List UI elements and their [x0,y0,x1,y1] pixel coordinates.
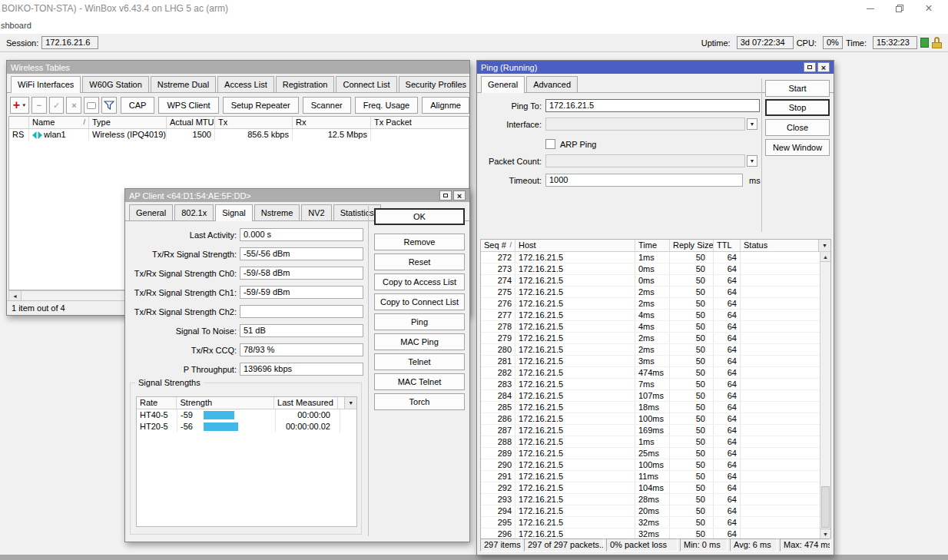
ping-result-row[interactable]: 274 172.16.21.5 0ms 50 64 [481,275,820,287]
freq-usage-button[interactable]: Freq. Usage [355,97,419,114]
ping-result-row[interactable]: 287 172.16.21.5 169ms 50 64 [481,425,820,436]
field-value[interactable]: 0.000 s [240,228,363,241]
field-value[interactable]: 78/93 % [240,343,363,356]
field-value[interactable]: -55/-56 dBm [240,247,363,260]
restore-icon[interactable] [885,1,914,16]
ping-titlebar[interactable]: Ping (Running) × [477,61,834,74]
ping-result-row[interactable]: 292 172.16.21.5 104ms 50 64 [481,482,820,494]
signal-strength-row[interactable]: HT20-5 -56 00:00:00.02 [137,421,356,432]
enable-button[interactable]: ✓ [49,97,65,114]
combo-arrow-icon[interactable]: ▼ [747,118,757,130]
tab-nstreme[interactable]: Nstreme [254,204,300,220]
ping-result-row[interactable]: 283 172.16.21.5 7ms 50 64 [481,379,820,390]
scrollbar-thumb[interactable] [821,486,830,528]
tx-column-header[interactable]: Tx [215,117,293,128]
minimize-icon[interactable] [856,1,885,16]
column-filter-icon[interactable]: ▼ [818,240,830,251]
tab-w60g-station[interactable]: W60G Station [82,76,148,92]
packet-count-value[interactable] [545,154,745,167]
setup-repeater-button[interactable]: Setup Repeater [223,97,299,114]
tab-connect-list[interactable]: Connect List [336,76,396,92]
tab-registration[interactable]: Registration [276,76,335,92]
comment-button[interactable] [84,97,99,114]
ping-result-row[interactable]: 272 172.16.21.5 1ms 50 64 [481,252,820,263]
field-value[interactable]: 139696 kbps [240,363,363,376]
name-column-header[interactable]: Name/ [29,117,89,128]
tab-nstreme-dual[interactable]: Nstreme Dual [151,76,216,92]
ping-result-row[interactable]: 290 172.16.21.5 100ms 50 64 [481,459,820,471]
tab-access-list[interactable]: Access List [217,76,274,92]
tab-8021x[interactable]: 802.1x [174,204,214,220]
alignment-button[interactable]: Alignme [422,97,469,114]
ping-result-row[interactable]: 296 172.16.21.5 32ms 50 64 [481,529,820,538]
ok-button[interactable]: OK [374,208,465,225]
tab-wifi-interfaces[interactable]: WiFi Interfaces [11,76,81,93]
last-measured-column-header[interactable]: Last Measured [274,397,338,409]
scroll-left-icon[interactable]: ◄ [9,291,22,300]
field-value[interactable]: 51 dB [240,324,363,337]
maximize-icon[interactable] [439,191,452,200]
stop-button[interactable]: Stop [765,99,830,116]
tab-signal[interactable]: Signal [215,204,253,221]
copy-to-connect-list-button[interactable]: Copy to Connect List [374,293,465,310]
torch-button[interactable]: Torch [374,393,465,410]
session-field[interactable]: 172.16.21.6 [41,36,98,49]
ttl-column-header[interactable]: TTL [714,240,741,251]
ping-result-row[interactable]: 281 172.16.21.5 3ms 50 64 [481,356,820,367]
ping-button[interactable]: Ping [374,313,465,330]
ping-result-row[interactable]: 291 172.16.21.5 11ms 50 64 [481,471,820,482]
signal-strength-row[interactable]: HT40-5 -59 00:00:00 [137,409,356,421]
seq-column-header[interactable]: Seq #/ [481,240,515,251]
cap-button[interactable]: CAP [121,97,155,114]
field-value[interactable]: -59/-58 dBm [240,267,363,280]
tab-general[interactable]: General [129,204,173,220]
close-icon[interactable]: × [817,62,830,72]
ping-result-row[interactable]: 289 172.16.21.5 25ms 50 64 [481,448,820,459]
mac-ping-button[interactable]: MAC Ping [374,333,465,350]
close-icon[interactable]: × [453,191,466,200]
ping-result-row[interactable]: 288 172.16.21.5 1ms 50 64 [481,436,820,448]
field-value[interactable]: -59/-59 dBm [240,286,363,299]
timeout-input[interactable]: 1000 [545,174,743,187]
ping-result-row[interactable]: 284 172.16.21.5 107ms 50 64 [481,390,820,402]
menu-item-dashboard[interactable]: shboard [0,21,31,30]
reply-size-column-header[interactable]: Reply Size [670,240,714,251]
interface-row[interactable]: RS wlan1 Wireless (IPQ4019) 1500 856.5 k… [9,129,469,141]
mtu-column-header[interactable]: Actual MTU [167,117,215,128]
disable-button[interactable]: × [66,97,81,114]
column-filter-icon[interactable]: ▼ [344,397,356,409]
app-titlebar[interactable]: BOIKO-TON-STA) - WinBox v6.43.4 on LHG 5… [0,0,948,17]
tx-packet-column-header[interactable]: Tx Packet [371,117,469,128]
tab-advanced[interactable]: Advanced [526,76,578,92]
ping-result-row[interactable]: 277 172.16.21.5 4ms 50 64 [481,310,820,321]
ping-result-row[interactable]: 286 172.16.21.5 100ms 50 64 [481,413,820,425]
combo-arrow-icon[interactable]: ▼ [747,155,757,167]
wireless-titlebar[interactable]: Wireless Tables [7,61,469,74]
ping-result-row[interactable]: 295 172.16.21.5 32ms 50 64 [481,517,820,529]
ping-result-row[interactable]: 275 172.16.21.5 2ms 50 64 [481,287,820,298]
ping-result-row[interactable]: 294 172.16.21.5 20ms 50 64 [481,505,820,517]
close-button[interactable]: Close [765,119,830,136]
scroll-down-icon[interactable]: ▼ [820,529,830,538]
ping-result-row[interactable]: 282 172.16.21.5 474ms 50 64 [481,367,820,379]
remove-button[interactable]: − [31,97,47,114]
arp-ping-checkbox[interactable] [545,139,555,149]
flags-column-header[interactable] [9,117,29,128]
ping-result-row[interactable]: 285 172.16.21.5 18ms 50 64 [481,402,820,413]
host-column-header[interactable]: Host [515,240,635,251]
ping-result-row[interactable]: 280 172.16.21.5 2ms 50 64 [481,344,820,356]
field-value[interactable] [240,305,363,318]
ping-result-row[interactable]: 273 172.16.21.5 0ms 50 64 [481,263,820,275]
ping-result-row[interactable]: 279 172.16.21.5 2ms 50 64 [481,333,820,344]
new-window-button[interactable]: New Window [765,139,830,156]
ap-client-titlebar[interactable]: AP Client <64:D1:54:AE:5F:DD> × [125,189,469,202]
close-icon[interactable]: × [914,1,943,16]
ping-result-row[interactable]: 278 172.16.21.5 4ms 50 64 [481,321,820,333]
filter-button[interactable] [101,97,117,114]
vertical-scrollbar[interactable]: ▲ ▼ [820,252,830,538]
scroll-up-icon[interactable]: ▲ [820,252,830,262]
start-button[interactable]: Start [765,80,830,97]
packet-count-select[interactable]: ▼ [545,154,757,167]
interface-value[interactable] [545,118,745,131]
maximize-icon[interactable] [804,62,816,72]
